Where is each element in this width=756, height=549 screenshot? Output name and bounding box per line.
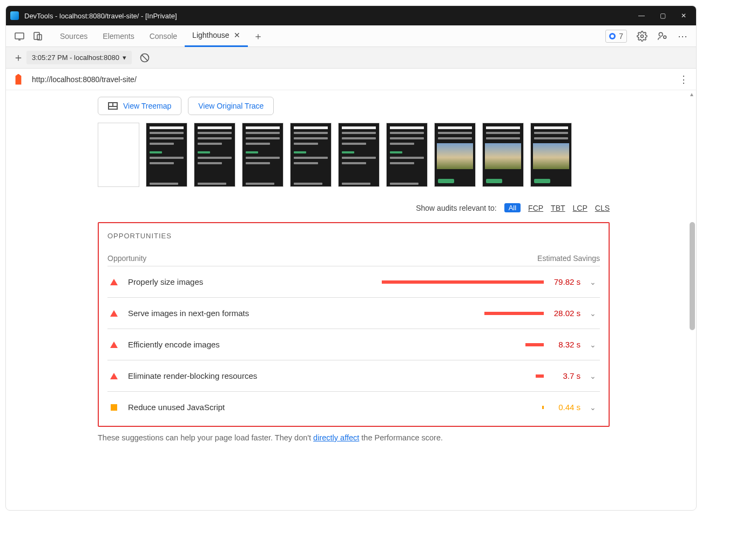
- svg-point-4: [659, 32, 663, 36]
- tab-label: Console: [150, 32, 177, 41]
- chevron-down-icon[interactable]: ⌄: [586, 278, 600, 286]
- filmstrip-frame[interactable]: [146, 123, 187, 187]
- inspect-icon[interactable]: [10, 31, 29, 41]
- app-icon: [10, 11, 19, 20]
- report-body: View Treemap View Original Trace: [6, 90, 696, 510]
- filmstrip-frame[interactable]: [530, 123, 572, 187]
- opportunity-savings: 79.82 s: [548, 277, 580, 286]
- tab-lighthouse[interactable]: Lighthouse ✕: [185, 25, 248, 47]
- tab-sources[interactable]: Sources: [52, 25, 95, 47]
- filter-fcp[interactable]: FCP: [528, 204, 543, 212]
- filter-tbt[interactable]: TBT: [551, 204, 565, 212]
- opportunity-bar: [220, 343, 548, 346]
- button-label: View Original Trace: [198, 102, 264, 110]
- dropdown-icon: ▾: [123, 53, 126, 62]
- lighthouse-toolbar: ＋ 3:05:27 PM - localhost:8080 ▾: [6, 47, 696, 69]
- tab-console[interactable]: Console: [142, 25, 185, 47]
- filmstrip-frame[interactable]: [482, 123, 524, 187]
- report-selector-label: 3:05:27 PM - localhost:8080: [32, 53, 119, 62]
- filmstrip-frame[interactable]: [242, 123, 284, 187]
- chevron-down-icon[interactable]: ⌄: [586, 403, 600, 412]
- footnote-link[interactable]: directly affect: [313, 433, 359, 442]
- svg-point-3: [641, 35, 644, 37]
- scrollbar-thumb[interactable]: [690, 222, 695, 330]
- filmstrip-frame[interactable]: [98, 123, 139, 187]
- chevron-down-icon[interactable]: ⌄: [586, 340, 600, 349]
- report-selector[interactable]: 3:05:27 PM - localhost:8080 ▾: [26, 51, 132, 64]
- opportunity-row[interactable]: Eliminate render-blocking resources3.7 s…: [107, 360, 600, 392]
- opportunity-bar: [257, 374, 548, 378]
- filmstrip: [98, 123, 610, 187]
- chevron-down-icon[interactable]: ⌄: [586, 309, 600, 318]
- report-header: http://localhost:8080/travel-site/ ⋮: [6, 69, 696, 90]
- settings-icon[interactable]: [637, 31, 647, 42]
- issues-count: 7: [619, 32, 623, 41]
- minimize-button[interactable]: —: [638, 12, 645, 19]
- opportunity-savings: 8.32 s: [548, 340, 580, 349]
- button-label: View Treemap: [123, 102, 171, 110]
- report-url: http://localhost:8080/travel-site/: [32, 75, 137, 84]
- window-titlebar: DevTools - localhost:8080/travel-site/ -…: [6, 6, 696, 25]
- maximize-button[interactable]: ▢: [660, 12, 666, 19]
- opportunity-row[interactable]: Reduce unused JavaScript0.44 s⌄: [107, 392, 600, 423]
- svg-rect-0: [15, 33, 24, 39]
- close-tab-icon[interactable]: ✕: [234, 31, 240, 39]
- opportunity-label: Eliminate render-blocking resources: [128, 371, 257, 380]
- filmstrip-frame[interactable]: [386, 123, 428, 187]
- opportunity-label: Efficiently encode images: [128, 340, 220, 349]
- scroll-up-arrow[interactable]: ▲: [689, 91, 694, 97]
- issues-counter[interactable]: 7: [605, 30, 627, 43]
- opportunity-label: Properly size images: [128, 277, 203, 286]
- opportunity-bar: [225, 406, 548, 409]
- add-tab-button[interactable]: ＋: [248, 30, 268, 43]
- filter-all[interactable]: All: [504, 203, 521, 212]
- filmstrip-frame[interactable]: [434, 123, 476, 187]
- opportunities-footnote: These suggestions can help your page loa…: [98, 433, 610, 442]
- triangle-fail-icon: [107, 342, 120, 348]
- report-menu-button[interactable]: ⋮: [679, 73, 688, 85]
- tab-label: Sources: [60, 32, 87, 41]
- filmstrip-frame[interactable]: [338, 123, 380, 187]
- opportunity-label: Serve images in next-gen formats: [128, 309, 249, 318]
- filmstrip-frame[interactable]: [290, 123, 332, 187]
- opportunity-label: Reduce unused JavaScript: [128, 403, 225, 412]
- opportunities-col-opportunity: Opportunity: [107, 254, 146, 263]
- filter-cls[interactable]: CLS: [595, 204, 610, 212]
- triangle-fail-icon: [107, 279, 120, 285]
- triangle-fail-icon: [107, 373, 120, 379]
- opportunity-bar: [249, 312, 548, 315]
- more-icon[interactable]: ⋯: [678, 30, 687, 42]
- audit-filter: Show audits relevant to: All FCP TBT LCP…: [98, 203, 610, 212]
- tab-label: Elements: [103, 32, 134, 41]
- chevron-down-icon[interactable]: ⌄: [586, 372, 600, 380]
- device-toggle-icon[interactable]: [29, 31, 47, 41]
- svg-point-5: [664, 36, 666, 38]
- opportunity-row[interactable]: Serve images in next-gen formats28.02 s⌄: [107, 298, 600, 329]
- issues-dot-icon: [609, 33, 616, 39]
- account-icon[interactable]: [657, 31, 668, 42]
- triangle-fail-icon: [107, 310, 120, 317]
- tab-elements[interactable]: Elements: [95, 25, 141, 47]
- window-title: DevTools - localhost:8080/travel-site/ -…: [24, 12, 177, 20]
- devtools-tabstrip: Sources Elements Console Lighthouse ✕ ＋ …: [6, 25, 696, 47]
- lighthouse-icon: [14, 74, 23, 85]
- opportunity-row[interactable]: Efficiently encode images8.32 s⌄: [107, 329, 600, 360]
- filter-lcp[interactable]: LCP: [573, 204, 588, 212]
- filmstrip-frame[interactable]: [194, 123, 235, 187]
- opportunity-row[interactable]: Properly size images79.82 s⌄: [107, 266, 600, 298]
- new-report-button[interactable]: ＋: [10, 50, 26, 65]
- treemap-icon: [108, 102, 118, 110]
- tab-label: Lighthouse: [192, 31, 230, 39]
- opportunity-savings: 28.02 s: [548, 309, 580, 318]
- opportunity-savings: 0.44 s: [548, 403, 580, 412]
- svg-rect-1: [34, 32, 39, 39]
- opportunities-section: OPPORTUNITIES Opportunity Estimated Savi…: [98, 222, 610, 427]
- opportunity-bar: [203, 280, 548, 284]
- opportunities-heading: OPPORTUNITIES: [107, 232, 600, 240]
- clear-report-button[interactable]: [139, 52, 150, 63]
- square-warn-icon: [107, 404, 120, 411]
- view-treemap-button[interactable]: View Treemap: [98, 97, 181, 115]
- opportunity-savings: 3.7 s: [548, 371, 580, 380]
- view-original-trace-button[interactable]: View Original Trace: [188, 97, 274, 115]
- close-window-button[interactable]: ✕: [681, 12, 686, 19]
